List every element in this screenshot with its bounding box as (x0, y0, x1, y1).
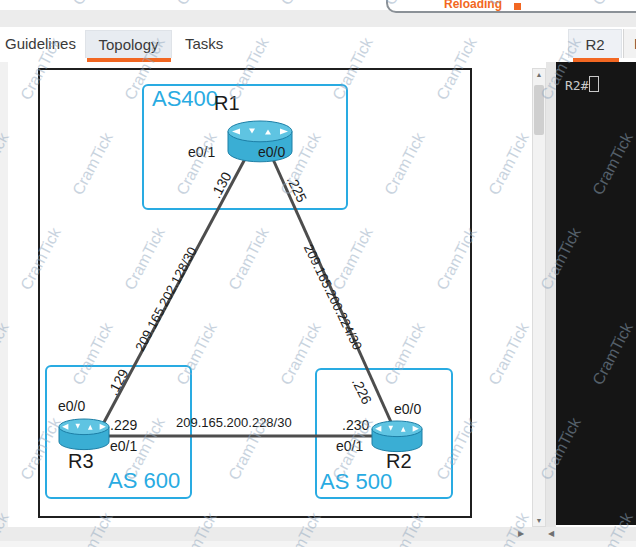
r1-label: R1 (214, 92, 240, 115)
watermark-text: CramTick (277, 0, 325, 8)
left-gutter (0, 62, 8, 547)
terminal-console[interactable]: R2# (556, 62, 636, 525)
orange-square-icon (514, 3, 521, 10)
addr-229-label: .229 (110, 417, 137, 433)
watermark-text: CramTick (69, 0, 117, 8)
console-tab-underline (573, 58, 619, 62)
scroll-down-arrow-icon[interactable]: ▼ (533, 517, 545, 524)
tab-topology[interactable]: Topology (85, 30, 172, 58)
terminal-prompt-line[interactable]: R2# (565, 76, 599, 93)
scroll-up-arrow-icon[interactable]: ▲ (533, 71, 545, 78)
tab-guidelines[interactable]: Guidelines (5, 30, 76, 58)
vertical-scrollbar-thumb[interactable] (534, 85, 544, 135)
tab-tasks[interactable]: Tasks (185, 30, 223, 58)
r3-e01-label: e0/1 (110, 438, 137, 454)
addr-230-label: .230 (342, 417, 369, 433)
watermark-text: CramTick (485, 130, 533, 198)
bottom-strip (0, 541, 636, 547)
as500-label: AS 500 (320, 469, 392, 495)
terminal-cursor (589, 76, 599, 92)
subnet-200-228-label: 209.165.200.228/30 (176, 415, 292, 430)
watermark-text: CramTick (0, 0, 13, 8)
as400-label: AS400 (152, 86, 218, 112)
pane-divider (546, 62, 556, 527)
r2-e00-label: e0/0 (394, 401, 421, 417)
r1-e01-label: e0/1 (188, 144, 215, 160)
scroll-left-arrow-icon[interactable]: ◀ (548, 529, 554, 538)
clipped-orange-link[interactable]: Reloading (444, 0, 502, 11)
active-tab-underline (87, 58, 171, 62)
r3-e00-label: e0/0 (58, 398, 85, 414)
console-tab-r2[interactable]: R2 (568, 29, 622, 58)
r1-e00-label: e0/0 (258, 144, 285, 160)
vertical-scrollbar[interactable]: ▲ ▼ (532, 68, 546, 527)
terminal-prompt: R2# (565, 78, 588, 93)
clipped-dialog: Reloading (386, 0, 636, 13)
horizontal-scrollbar-track[interactable] (0, 527, 636, 541)
watermark-text: CramTick (173, 0, 221, 8)
r3-label: R3 (68, 450, 94, 473)
watermark-text: CramTick (485, 320, 533, 388)
r2-e01-label: e0/1 (336, 438, 363, 454)
as600-label: AS 600 (108, 468, 180, 494)
console-tab-partial[interactable]: R (623, 29, 636, 58)
scroll-right-arrow-icon[interactable]: ▶ (518, 529, 524, 538)
